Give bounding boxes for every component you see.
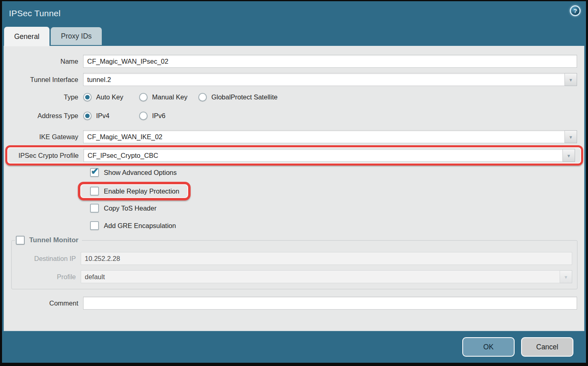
comment-label: Comment	[4, 299, 83, 307]
name-input[interactable]	[83, 55, 577, 68]
ike-gateway-label: IKE Gateway	[4, 133, 83, 141]
tunnel-monitor-checkbox[interactable]: ✔	[16, 236, 25, 245]
radio-selected-icon[interactable]	[83, 93, 92, 101]
type-option-auto-key[interactable]: Auto Key	[83, 93, 139, 101]
checkmark-icon: ✔	[91, 166, 99, 177]
address-type-option-ipv6[interactable]: IPv6	[139, 112, 195, 120]
monitor-profile-input	[81, 270, 560, 283]
enable-replay-protection-checkbox-row[interactable]: ✔ Enable Replay Protection	[90, 187, 179, 196]
cancel-button[interactable]: Cancel	[521, 337, 573, 357]
checkbox-icon[interactable]: ✔	[90, 187, 99, 196]
monitor-profile-row: Profile ▼	[12, 270, 572, 283]
dialog-footer: OK Cancel	[2, 331, 586, 363]
ipsec-crypto-profile-label: IPSec Crypto Profile	[7, 152, 84, 159]
chevron-down-icon: ▼	[564, 274, 568, 280]
ike-gateway-dropdown-button[interactable]: ▼	[565, 130, 577, 143]
tunnel-interface-label: Tunnel Interface	[4, 76, 83, 84]
tunnel-monitor-label: Tunnel Monitor	[29, 236, 79, 244]
dialog-frame: IPSec Tunnel ? General Proxy IDs Name	[0, 0, 588, 366]
tunnel-monitor-legend[interactable]: ✔ Tunnel Monitor	[15, 236, 82, 245]
type-option-auto-key-label: Auto Key	[96, 93, 123, 101]
checkbox-icon[interactable]: ✔	[90, 204, 99, 213]
copy-tos-header-label: Copy ToS Header	[104, 205, 157, 212]
tab-general-label: General	[14, 32, 39, 41]
title-bar: IPSec Tunnel ?	[2, 1, 586, 26]
enable-replay-protection-label: Enable Replay Protection	[104, 187, 179, 195]
type-option-manual-key[interactable]: Manual Key	[139, 93, 198, 101]
address-type-option-ipv4[interactable]: IPv4	[83, 112, 139, 120]
radio-icon[interactable]	[139, 112, 148, 120]
tab-proxy-ids-label: Proxy IDs	[61, 32, 92, 41]
tunnel-monitor-group: ✔ Tunnel Monitor Destination IP Profile …	[11, 236, 577, 289]
address-type-option-ipv4-label: IPv4	[96, 112, 109, 120]
type-row: Type Auto Key Manual Key GlobalProtect S…	[4, 93, 584, 101]
chevron-down-icon: ▼	[569, 134, 573, 140]
radio-icon[interactable]	[198, 93, 207, 101]
comment-input[interactable]	[83, 297, 577, 310]
ipsec-tunnel-dialog: IPSec Tunnel ? General Proxy IDs Name	[2, 1, 586, 363]
help-icon[interactable]: ?	[570, 5, 581, 16]
ipsec-crypto-profile-dropdown-button[interactable]: ▼	[563, 149, 575, 162]
add-gre-encapsulation-label: Add GRE Encapsulation	[104, 222, 176, 230]
dialog-title: IPSec Tunnel	[9, 9, 60, 18]
checkbox-checked-icon[interactable]: ✔	[90, 168, 99, 177]
destination-ip-label: Destination IP	[12, 255, 81, 263]
radio-selected-icon[interactable]	[83, 112, 92, 120]
tab-proxy-ids[interactable]: Proxy IDs	[51, 27, 102, 45]
name-label: Name	[4, 58, 83, 65]
ipsec-crypto-profile-highlight: IPSec Crypto Profile ▼	[5, 145, 583, 166]
type-option-globalprotect-satellite-label: GlobalProtect Satellite	[211, 93, 277, 101]
ipsec-crypto-profile-row: IPSec Crypto Profile ▼	[7, 149, 578, 162]
address-type-row: Address Type IPv4 IPv6	[4, 112, 584, 120]
tunnel-interface-input[interactable]	[83, 73, 565, 86]
type-option-globalprotect-satellite[interactable]: GlobalProtect Satellite	[198, 93, 288, 101]
tab-general[interactable]: General	[4, 27, 49, 46]
type-label: Type	[4, 93, 83, 101]
general-tab-panel: Name Tunnel Interface ▼ Type	[4, 46, 584, 331]
address-type-label: Address Type	[4, 112, 83, 120]
add-gre-encapsulation-checkbox-row[interactable]: ✔ Add GRE Encapsulation	[90, 221, 584, 230]
checkbox-icon[interactable]: ✔	[90, 221, 99, 230]
enable-replay-protection-highlight: ✔ Enable Replay Protection	[78, 182, 191, 200]
tunnel-interface-row: Tunnel Interface ▼	[4, 73, 584, 86]
ipsec-crypto-profile-input[interactable]	[84, 149, 563, 162]
show-advanced-options-label: Show Advanced Options	[104, 169, 177, 177]
name-row: Name	[4, 55, 584, 68]
tunnel-interface-dropdown-button[interactable]: ▼	[565, 73, 577, 86]
chevron-down-icon: ▼	[569, 77, 573, 82]
address-type-option-ipv6-label: IPv6	[152, 112, 165, 120]
destination-ip-row: Destination IP	[12, 252, 572, 265]
radio-icon[interactable]	[139, 93, 148, 101]
type-option-manual-key-label: Manual Key	[152, 93, 187, 101]
show-advanced-options-checkbox-row[interactable]: ✔ Show Advanced Options	[90, 168, 584, 177]
monitor-profile-dropdown-button: ▼	[560, 270, 572, 283]
chevron-down-icon: ▼	[567, 153, 571, 158]
ok-button[interactable]: OK	[462, 337, 515, 357]
destination-ip-input	[81, 252, 572, 265]
monitor-profile-label: Profile	[12, 273, 81, 281]
comment-row: Comment	[4, 297, 584, 310]
ike-gateway-input[interactable]	[83, 130, 565, 143]
ike-gateway-row: IKE Gateway ▼	[4, 130, 584, 143]
tab-bar: General Proxy IDs	[2, 26, 586, 46]
copy-tos-header-checkbox-row[interactable]: ✔ Copy ToS Header	[90, 204, 584, 213]
